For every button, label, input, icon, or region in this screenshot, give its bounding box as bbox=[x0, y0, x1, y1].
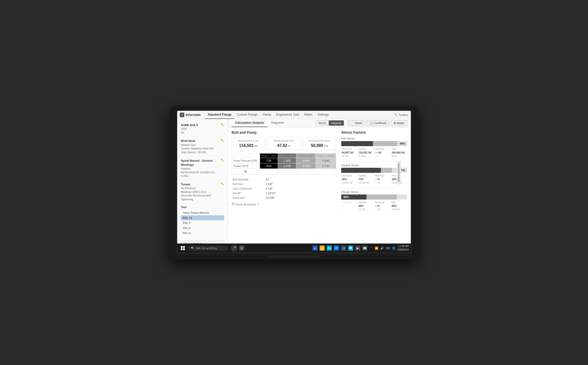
bolt-size-label: Bolt Size bbox=[232, 182, 265, 186]
tool-rsl6[interactable]: RSL 6 bbox=[181, 225, 224, 231]
bolt-stat-val-max: 244,660 lbf bbox=[391, 151, 407, 154]
nav-custom-flange[interactable]: Custom Flange bbox=[234, 111, 260, 119]
tray-volume: 🔊 bbox=[380, 247, 384, 250]
pump-table: Pass 1 - 30% Pass 2 - 60% Pass 3 - 100% … bbox=[232, 153, 336, 175]
unit-toggle: Metric Imperial bbox=[316, 120, 344, 126]
sidebar-buttons: Save Inputs as Default Advance bbox=[177, 238, 228, 244]
kpi-bolt-stress-value: 50,000 bbox=[311, 143, 323, 148]
nav-settings[interactable]: Settings bbox=[315, 111, 331, 119]
gasket-stat-header-min2seal: Min2Seal bbox=[341, 174, 357, 177]
tray-mail2-icon[interactable]: 📧 bbox=[362, 246, 367, 251]
pump-col-pass2: Pass 2 - 60% bbox=[278, 154, 296, 158]
taskbar-search-bar[interactable]: 🔍 Ask me anything bbox=[188, 246, 228, 251]
cortana-icon[interactable]: 🎤 bbox=[231, 245, 238, 252]
tray-arrow[interactable]: ^ bbox=[370, 247, 372, 250]
gasket-stat-header-residual: Residual bbox=[374, 174, 391, 177]
matrix-button[interactable]: ⊞ Matrix bbox=[391, 120, 407, 126]
show-all-outputs[interactable]: Show all outputs ↗ bbox=[235, 203, 259, 206]
flange-stat-val-max: 85% bbox=[391, 204, 407, 208]
pump-torque-row: Torque (lbf.ft) 819 1,638 2,730 2,730 bbox=[232, 163, 336, 169]
gasket-stress-fill-light bbox=[381, 168, 392, 173]
external-link-icon: ↗ bbox=[257, 203, 259, 206]
kpi-bolt-yield-unit: % bbox=[288, 144, 291, 147]
sidebar: ASME B16.5 1500 10" ✏️ Weld Neck bbox=[177, 119, 228, 244]
tool-rsl14[interactable]: RSL 14 bbox=[181, 215, 224, 220]
sidebar-flange-type-section: Weld Neck Raised Face Generic Stainless … bbox=[177, 137, 228, 156]
tray-folder-icon[interactable]: 📁 bbox=[320, 246, 325, 251]
flange-type: Weld Neck bbox=[181, 139, 214, 143]
start-button[interactable] bbox=[179, 245, 186, 252]
gasket-edit-icon[interactable]: ✏️ bbox=[221, 159, 224, 162]
flange-material: Generic Stainless Steel 304 bbox=[181, 147, 214, 150]
nav-clamp[interactable]: Clamp bbox=[260, 111, 274, 119]
tab-diagrams[interactable]: Diagrams bbox=[268, 119, 288, 127]
tray-skype-icon[interactable]: 💬 bbox=[348, 246, 353, 251]
bolt-stat-sub-residual: —% bbox=[374, 155, 391, 157]
flange-edit-icon[interactable]: ✏️ bbox=[221, 123, 224, 126]
tab-calculation-outputs[interactable]: Calculation Outputs bbox=[232, 119, 268, 127]
tool-rsl4[interactable]: RSL 4 bbox=[181, 220, 224, 225]
task-view-icon[interactable]: ⧉ bbox=[239, 246, 244, 251]
certificate-button[interactable]: 📋 Certificate bbox=[367, 120, 389, 126]
tray-keyboard: ⌨ bbox=[386, 247, 390, 250]
pump-col-pass1: Pass 1 - 30% bbox=[260, 154, 278, 158]
kpi-row: Residual Bolt Load 116,501 lbf Residual … bbox=[232, 137, 336, 150]
metric-button[interactable]: Metric bbox=[316, 120, 329, 126]
kpi-bolt-stress-label: Residual Bolt Stress bbox=[305, 139, 333, 142]
nav-matrix[interactable]: Matrix bbox=[302, 111, 315, 119]
logo-icon: i bbox=[180, 113, 184, 117]
gasket-stat-val-min2seal: 20% bbox=[341, 178, 357, 181]
gasket-stat-val-residual: —% bbox=[374, 178, 391, 181]
stress-factors-title: Stress Factors bbox=[341, 130, 407, 134]
gasket-bolt-material: ASTM-A193 B7 G41400 1Cr-0.2Mo bbox=[181, 171, 220, 178]
tray-media-icon[interactable]: ▶ bbox=[355, 246, 360, 251]
flange-pressure: 1500 bbox=[181, 127, 198, 131]
nav-standard-flange[interactable]: Standard Flange bbox=[205, 111, 234, 119]
tool-rsl8[interactable]: RSL 8 bbox=[181, 231, 224, 236]
toolbox-button[interactable]: 🔧 Toolbox bbox=[393, 113, 408, 116]
app-logo: i Informate bbox=[180, 113, 201, 117]
bolt-stat-sub-applied: 47.62% bbox=[358, 155, 374, 157]
flange-stress-subsection: Flange Stress 38% Min2Seal Applied bbox=[341, 190, 407, 211]
tool-hand-torque[interactable]: Hand Torque Wrench bbox=[181, 210, 224, 215]
advanced-outputs-tab[interactable]: Advanced Outputs bbox=[397, 161, 401, 185]
kpi-bolt-yield-value: 47.62 bbox=[277, 143, 287, 148]
pump-p1-torque: 819 bbox=[260, 163, 278, 169]
taskbar-clock: 11:48 AM 6/30/2015 bbox=[398, 245, 409, 252]
pump-gear-icon[interactable]: ⚙ bbox=[232, 169, 260, 175]
bolt-stress-bar: 48% bbox=[341, 141, 407, 146]
torque-edit-icon[interactable]: ✏️ bbox=[221, 182, 224, 186]
flange-stat-val-min2seal: — bbox=[341, 204, 357, 208]
flange-stress-label: Flange Stress bbox=[341, 190, 407, 193]
bolt-pump-title: Bolt and Pump bbox=[232, 130, 336, 134]
sheet-button[interactable]: 📄 Sheet bbox=[348, 120, 365, 126]
flange-stat-val-residual: —% bbox=[374, 204, 391, 208]
detail-joint-thickness: Joint Thickness 4 1/8" bbox=[232, 186, 336, 191]
taskbar-search-text: Ask me anything bbox=[196, 247, 217, 250]
pump-col-header-blank bbox=[232, 154, 260, 158]
flange-stat-header-min2seal: Min2Seal bbox=[341, 201, 357, 204]
kpi-bolt-stress: Residual Bolt Stress 50,000 Psi bbox=[303, 137, 336, 150]
flange-face: Raised Face bbox=[181, 143, 214, 147]
joint-thickness-value: 4 1/8" bbox=[265, 186, 336, 191]
pump-p1-pressure: 735 bbox=[260, 158, 278, 163]
save-inputs-button[interactable]: Save Inputs as Default bbox=[181, 241, 206, 244]
bolt-stat-sub-min2seal: 34.7% bbox=[341, 155, 357, 157]
advance-button[interactable]: Advance bbox=[208, 241, 224, 244]
flange-type-edit-icon[interactable]: ✏️ bbox=[221, 139, 224, 142]
detail-nut-af: Nut AF 1 13/16" bbox=[232, 191, 336, 195]
flange-yield: Yield Stress = 30 KSI bbox=[181, 150, 214, 154]
kpi-bolt-yield: Residual Bolt Yield 47.62 % bbox=[267, 137, 301, 150]
bolt-stress-fill-light bbox=[373, 141, 397, 146]
flange-stat-header-max: Max bbox=[391, 201, 407, 204]
detail-extension: Extension .01705" bbox=[232, 195, 336, 200]
nav-engineered-joint[interactable]: Engineered Joint bbox=[274, 111, 302, 119]
tray-wifi: 📶 bbox=[375, 247, 378, 250]
content-area: Calculation Outputs Diagrams Metric Impe… bbox=[228, 119, 411, 244]
imperial-button[interactable]: Imperial bbox=[329, 120, 344, 126]
settings-icon-detail[interactable]: ⚙ bbox=[232, 202, 234, 206]
tray-store-icon[interactable]: 🛍 bbox=[327, 246, 332, 251]
tray-people-icon[interactable]: 👥 bbox=[341, 246, 346, 251]
tray-mail-icon[interactable]: ✉ bbox=[334, 246, 339, 251]
tray-ie-icon[interactable]: e bbox=[313, 246, 318, 251]
